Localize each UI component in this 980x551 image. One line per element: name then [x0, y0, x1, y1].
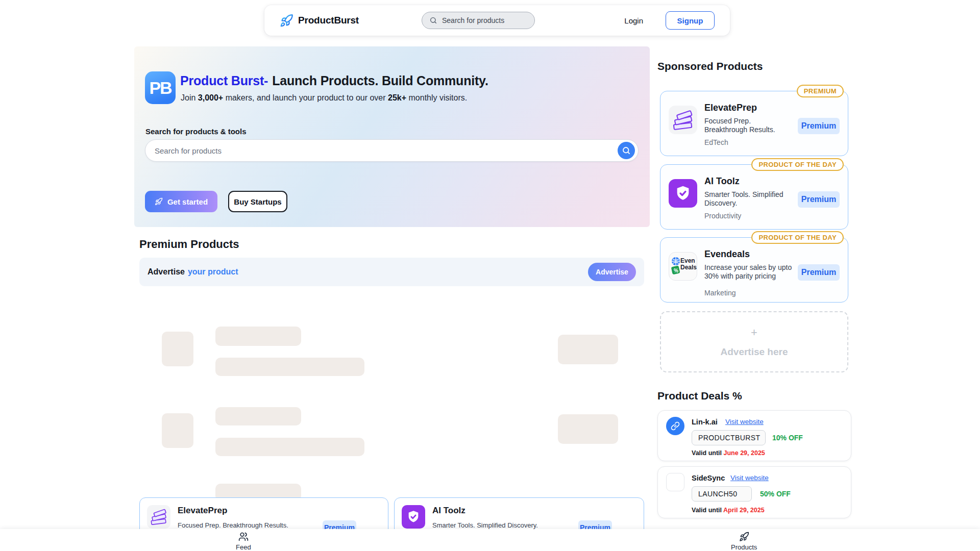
featured-card-description: Smarter Tools. Simplified Discovery. [432, 521, 538, 529]
deal-card-linkai: Lin-k.ai Visit website PRODUCTBURST 10% … [657, 410, 851, 461]
skeleton-avatar [162, 332, 193, 366]
sponsored-card-elevateprep[interactable]: PREMIUM ElevatePrep Focused Prep. Breakt… [660, 91, 848, 156]
sponsored-category: Marketing [704, 289, 736, 297]
bottom-navbar: Feed Products [0, 529, 980, 551]
deal-name: Lin-k.ai [692, 418, 718, 426]
product-search-bar [145, 139, 639, 162]
hero-cta-row: Get started Buy Startups [145, 191, 287, 212]
search-submit-button[interactable] [618, 142, 635, 159]
skeleton-line [215, 438, 364, 456]
valid-date: June 29, 2025 [724, 449, 765, 457]
product-of-the-day-ribbon: PRODUCT OF THE DAY [751, 158, 844, 171]
hero-title: Product Burst-Launch Products. Build Com… [180, 73, 488, 88]
sponsored-description: Smarter Tools. Simplified Discovery. [704, 190, 795, 208]
hero-section: PB Product Burst-Launch Products. Build … [134, 46, 650, 227]
deal-name: SideSync [692, 474, 725, 482]
hero-title-rest: Launch Products. Build Community. [272, 73, 488, 88]
plus-icon: + [751, 326, 757, 339]
rocket-logo-icon [280, 14, 293, 28]
skeleton-block [558, 414, 618, 444]
users-icon [238, 532, 249, 542]
get-started-label: Get started [167, 197, 208, 206]
valid-date: April 29, 2025 [723, 507, 765, 514]
visit-website-link[interactable]: Visit website [725, 418, 764, 425]
skeleton-avatar [162, 413, 193, 448]
navbar-actions: Login Signup [624, 11, 715, 30]
premium-badge: Premium [798, 264, 840, 281]
skeleton-block [558, 335, 618, 364]
advertise-here-label: Advertise here [720, 346, 788, 358]
brand-name: ProductBurst [298, 15, 359, 26]
sponsored-name: AI Toolz [704, 176, 740, 187]
advertise-banner: Advertiseyour product Advertise [139, 258, 644, 286]
deal-card-sidesync: SideSync Visit website LAUNCH50 50% OFF … [657, 466, 851, 518]
hero-subtitle: Join 3,000+ makers, and launch your prod… [181, 93, 467, 103]
featured-card-description: Focused Prep. Breakthrough Results. [178, 521, 288, 529]
svg-text:%: % [674, 268, 678, 273]
discount-label: 10% OFF [772, 434, 803, 442]
navbar-search-placeholder: Search for products [442, 16, 504, 24]
evendeals-logo: % EvenDeals [669, 252, 697, 281]
hero-title-brand: Product Burst- [180, 73, 268, 88]
sponsored-name: Evendeals [704, 249, 750, 260]
valid-until-text: Valid until April 29, 2025 [692, 507, 765, 514]
nav-item-feed[interactable]: Feed [236, 532, 251, 551]
books-icon [669, 106, 697, 134]
search-icon [429, 16, 437, 24]
skeleton-line [215, 327, 301, 346]
advertise-button[interactable]: Advertise [588, 263, 636, 281]
featured-card-name: AI Toolz [432, 506, 465, 516]
discount-label: 50% OFF [760, 490, 791, 498]
rocket-icon [739, 532, 749, 542]
premium-products-heading: Premium Products [139, 238, 239, 251]
nav-item-label: Products [731, 543, 757, 551]
advertise-highlight: your product [188, 267, 238, 276]
nav-item-products[interactable]: Products [731, 532, 757, 551]
productburst-page: ProductBurst Search for products Login S… [0, 0, 980, 551]
sponsored-name: ElevatePrep [704, 103, 757, 113]
sponsored-card-ai-toolz[interactable]: PRODUCT OF THE DAY AI Toolz Smarter Tool… [660, 164, 848, 230]
sponsored-description: Increase your sales by upto 30% with par… [704, 263, 795, 281]
valid-until-text: Valid until June 29, 2025 [692, 449, 765, 457]
premium-badge: Premium [798, 191, 840, 208]
premium-ribbon: PREMIUM [797, 85, 844, 97]
sponsored-description: Focused Prep. Breakthrough Results. [704, 117, 795, 134]
search-icon [622, 146, 631, 155]
blank-icon [666, 473, 684, 491]
skeleton-line [215, 358, 364, 376]
promo-code-box[interactable]: PRODUCTBURST [692, 430, 766, 445]
sponsored-category: Productivity [704, 212, 741, 220]
product-search-input[interactable] [155, 146, 618, 155]
nav-item-label: Feed [236, 543, 251, 551]
link-icon [666, 417, 684, 435]
navbar-search-input[interactable]: Search for products [422, 12, 535, 29]
books-icon [147, 505, 170, 529]
shield-check-icon [402, 505, 425, 529]
advertise-banner-text: Advertiseyour product [148, 267, 238, 277]
visit-website-link[interactable]: Visit website [730, 474, 769, 482]
product-deals-heading: Product Deals % [657, 390, 742, 402]
pb-logo: PB [145, 71, 176, 104]
rocket-icon [155, 197, 163, 206]
featured-card-name: ElevatePrep [178, 506, 227, 516]
premium-badge: Premium [798, 118, 840, 134]
buy-startups-button[interactable]: Buy Startups [228, 191, 287, 212]
get-started-button[interactable]: Get started [145, 191, 217, 212]
product-of-the-day-ribbon: PRODUCT OF THE DAY [751, 231, 844, 244]
signup-button[interactable]: Signup [666, 11, 715, 30]
login-link[interactable]: Login [624, 16, 643, 25]
top-navbar: ProductBurst Search for products Login S… [264, 5, 730, 36]
sponsored-category: EdTech [704, 138, 728, 146]
promo-code-box[interactable]: LAUNCH50 [692, 486, 752, 502]
sponsored-products-heading: Sponsored Products [657, 60, 763, 72]
sponsored-card-evendeals[interactable]: PRODUCT OF THE DAY % EvenDeals Evendeals… [660, 237, 848, 303]
brand-logo[interactable]: ProductBurst [280, 14, 359, 28]
advertise-here-box[interactable]: + Advertise here [660, 311, 848, 372]
skeleton-line [215, 407, 301, 425]
search-section-label: Search for products & tools [145, 127, 247, 136]
shield-check-icon [669, 179, 697, 208]
